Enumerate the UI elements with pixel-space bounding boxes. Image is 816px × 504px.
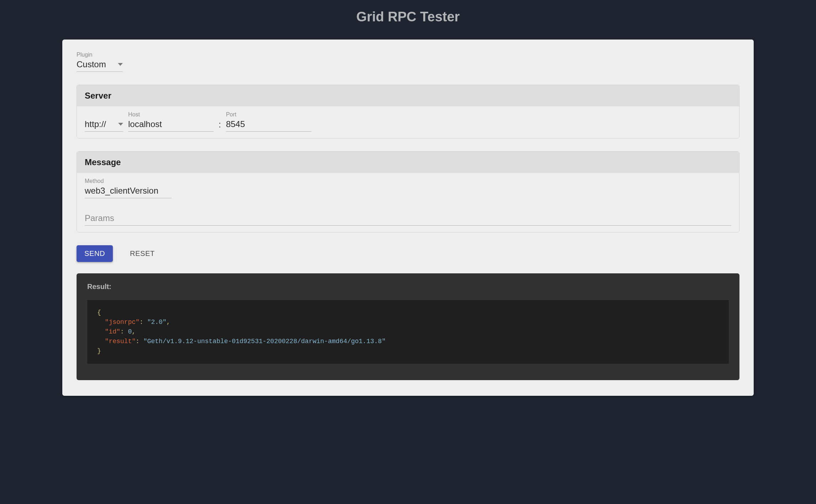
- plugin-select[interactable]: Custom: [77, 59, 123, 72]
- send-button[interactable]: Send: [77, 245, 113, 262]
- json-key-id: "id": [105, 328, 120, 335]
- result-code: { "jsonrpc": "2.0", "id": 0, "result": "…: [87, 300, 729, 364]
- chevron-down-icon: [118, 63, 123, 66]
- params-input[interactable]: [85, 212, 731, 226]
- message-panel-header: Message: [77, 152, 739, 173]
- server-panel-header: Server: [77, 85, 739, 106]
- json-key-result: "result": [105, 338, 136, 345]
- json-val-id: 0: [128, 328, 132, 335]
- method-field: Method: [85, 178, 731, 212]
- host-field: Host: [128, 111, 214, 132]
- method-input[interactable]: [85, 185, 172, 198]
- plugin-value: Custom: [77, 59, 106, 69]
- protocol-select[interactable]: http://: [85, 119, 123, 132]
- method-label: Method: [85, 178, 731, 184]
- json-val-jsonrpc: 2.0: [151, 319, 162, 326]
- main-card: Plugin Custom Server http:// Host :: [62, 40, 754, 396]
- result-label: Result:: [87, 283, 729, 291]
- reset-button[interactable]: Reset: [122, 245, 163, 262]
- page-title: Grid RPC Tester: [0, 0, 816, 25]
- plugin-field: Plugin Custom: [77, 52, 739, 72]
- chevron-down-icon: [118, 123, 123, 126]
- button-row: Send Reset: [77, 245, 739, 262]
- json-val-result: Geth/v1.9.12-unstable-01d92531-20200228/…: [147, 338, 382, 345]
- result-panel: Result: { "jsonrpc": "2.0", "id": 0, "re…: [77, 273, 739, 380]
- protocol-field: http://: [85, 119, 123, 132]
- host-input[interactable]: [128, 119, 214, 132]
- host-label: Host: [128, 111, 214, 118]
- protocol-value: http://: [85, 119, 106, 129]
- json-key-jsonrpc: "jsonrpc": [105, 319, 140, 326]
- message-panel: Message Method: [77, 151, 739, 232]
- server-panel: Server http:// Host : Port: [77, 85, 739, 138]
- port-input[interactable]: [226, 119, 312, 132]
- port-field: Port: [226, 111, 312, 132]
- plugin-label: Plugin: [77, 52, 739, 58]
- host-port-separator: :: [219, 120, 221, 132]
- port-label: Port: [226, 111, 312, 118]
